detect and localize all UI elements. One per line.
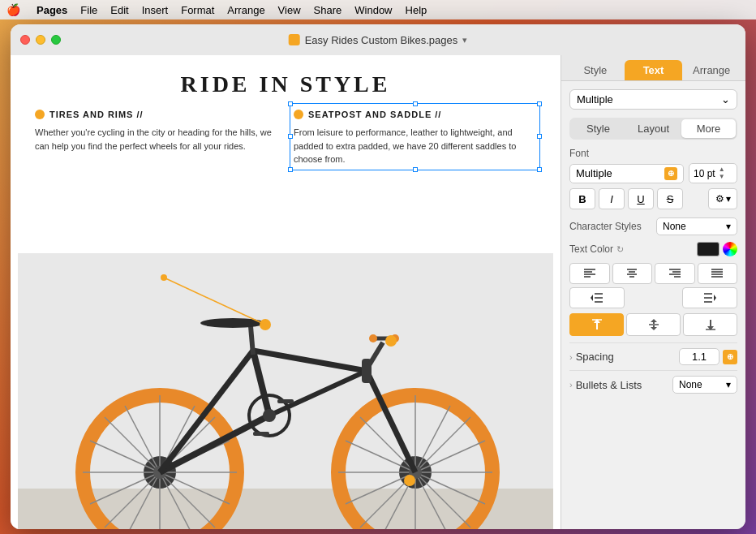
- svg-point-63: [385, 335, 397, 347]
- sub-tabs: Style Layout More: [569, 118, 737, 140]
- page-canvas[interactable]: RIDE IN STYLE TIRES AND RIMS // Whether …: [11, 55, 561, 529]
- svg-point-59: [161, 274, 167, 281]
- tab-arrange[interactable]: Arrange: [682, 60, 741, 80]
- char-styles-value: None: [663, 221, 686, 232]
- font-name-select[interactable]: Multiple ⊕: [569, 164, 684, 183]
- close-button[interactable]: [20, 35, 30, 45]
- text-options-button[interactable]: ⚙ ▾: [708, 188, 737, 209]
- text-color-black[interactable]: [697, 242, 719, 256]
- text-color-swatch: [697, 242, 737, 256]
- text-color-row: Text Color ↻: [569, 242, 737, 256]
- bike-svg: [11, 253, 561, 529]
- align-row: [569, 263, 737, 284]
- canvas-area: RIDE IN STYLE TIRES AND RIMS // Whether …: [11, 55, 561, 529]
- bullets-select[interactable]: None ▾: [672, 376, 737, 394]
- subtab-style[interactable]: Style: [571, 119, 625, 138]
- svg-marker-84: [591, 295, 593, 301]
- svg-marker-93: [651, 319, 657, 322]
- valign-row: [569, 313, 737, 336]
- text-color-indicator-icon: ↻: [616, 244, 624, 255]
- font-size-stepper[interactable]: ▲ ▼: [719, 166, 725, 180]
- menu-help[interactable]: Help: [406, 4, 427, 16]
- decrease-indent-button[interactable]: [569, 287, 625, 308]
- handle-bl[interactable]: [288, 167, 293, 172]
- font-size-down[interactable]: ▼: [719, 174, 725, 180]
- character-styles-row: Character Styles None ▾: [569, 217, 737, 235]
- sidebar-top-tabs: Style Text Arrange: [561, 55, 745, 81]
- gear-chevron-icon: ▾: [726, 193, 731, 205]
- font-size-value: 10 pt: [694, 168, 715, 179]
- tab-style[interactable]: Style: [566, 60, 625, 80]
- font-row: Multiple ⊕ 10 pt ▲ ▼: [569, 163, 737, 183]
- underline-button[interactable]: U: [628, 188, 654, 209]
- menu-format[interactable]: Format: [181, 4, 214, 16]
- menu-edit[interactable]: Edit: [110, 4, 128, 16]
- menu-share[interactable]: Share: [314, 4, 342, 16]
- maximize-button[interactable]: [51, 35, 61, 45]
- valign-bottom-button[interactable]: [683, 313, 737, 336]
- char-styles-chevron-icon: ▾: [726, 221, 731, 232]
- svg-marker-95: [651, 327, 657, 330]
- handle-bm[interactable]: [413, 167, 418, 172]
- indent-row: [569, 287, 737, 308]
- align-left-button[interactable]: [569, 263, 610, 284]
- char-styles-select[interactable]: None ▾: [656, 217, 737, 235]
- sidebar: Style Text Arrange Multiple ⌄ Style Layo…: [561, 55, 745, 529]
- color-wheel[interactable]: [723, 242, 737, 256]
- menu-window[interactable]: Window: [354, 4, 392, 16]
- multiple-label: Multiple: [577, 93, 613, 106]
- col2-dot: [294, 110, 303, 119]
- subtab-more[interactable]: More: [681, 119, 736, 138]
- apple-menu[interactable]: 🍎: [6, 3, 20, 16]
- svg-marker-88: [714, 295, 716, 301]
- gear-icon: ⚙: [715, 193, 724, 205]
- tab-text[interactable]: Text: [625, 60, 683, 80]
- strikethrough-button[interactable]: S: [657, 188, 683, 209]
- multiple-dropdown[interactable]: Multiple ⌄: [569, 89, 737, 110]
- menu-insert[interactable]: Insert: [142, 4, 169, 16]
- bold-button[interactable]: B: [569, 188, 595, 209]
- italic-button[interactable]: I: [599, 188, 625, 209]
- font-name-value: Multiple: [576, 167, 612, 179]
- handle-br[interactable]: [537, 167, 542, 172]
- menu-bar: 🍎 Pages File Edit Insert Format Arrange …: [0, 0, 756, 19]
- handle-ml[interactable]: [288, 134, 293, 139]
- traffic-lights: [20, 35, 61, 45]
- align-center-button[interactable]: [612, 263, 653, 284]
- bullets-value: None: [679, 379, 702, 390]
- font-size-up[interactable]: ▲: [719, 166, 725, 173]
- spacing-label: › Spacing: [569, 351, 614, 363]
- align-right-button[interactable]: [655, 263, 695, 284]
- svg-point-54: [263, 409, 276, 422]
- page-title: RIDE IN STYLE: [11, 55, 561, 110]
- spacing-text: Spacing: [576, 351, 614, 363]
- bullets-text: Bullets & Lists: [576, 379, 642, 391]
- font-section: Font Multiple ⊕ 10 pt ▲ ▼: [569, 148, 737, 209]
- app-window: Easy Rides Custom Bikes.pages ▾ RIDE IN …: [11, 24, 745, 529]
- menu-arrange[interactable]: Arrange: [227, 4, 264, 16]
- bullets-select-chevron-icon: ▾: [726, 379, 731, 390]
- title-chevron-icon[interactable]: ▾: [462, 35, 467, 45]
- align-justify-button[interactable]: [698, 263, 738, 284]
- font-size-control[interactable]: 10 pt ▲ ▼: [689, 163, 737, 183]
- subtab-layout[interactable]: Layout: [626, 119, 681, 138]
- svg-point-64: [404, 475, 415, 486]
- col1-text: Whether you're cycling in the city or he…: [35, 126, 277, 153]
- column-right[interactable]: SEATPOST AND SADDLE // From leisure to p…: [294, 110, 536, 166]
- spacing-row: › Spacing 1.1 ⊕: [569, 342, 737, 370]
- spacing-value[interactable]: 1.1: [679, 348, 719, 365]
- bullets-row: › Bullets & Lists None ▾: [569, 370, 737, 398]
- svg-point-51: [369, 334, 377, 342]
- increase-indent-button[interactable]: [682, 287, 737, 308]
- valign-middle-button[interactable]: [626, 313, 681, 336]
- bike-area: [11, 253, 561, 529]
- handle-mr[interactable]: [537, 134, 542, 139]
- menu-view[interactable]: View: [278, 4, 301, 16]
- menu-file[interactable]: File: [80, 4, 97, 16]
- valign-top-button[interactable]: [569, 313, 624, 336]
- font-badge[interactable]: ⊕: [664, 167, 677, 180]
- svg-rect-56: [277, 399, 294, 403]
- minimize-button[interactable]: [36, 35, 45, 45]
- column-left: TIRES AND RIMS // Whether you're cycling…: [35, 110, 277, 166]
- file-icon: [289, 34, 300, 45]
